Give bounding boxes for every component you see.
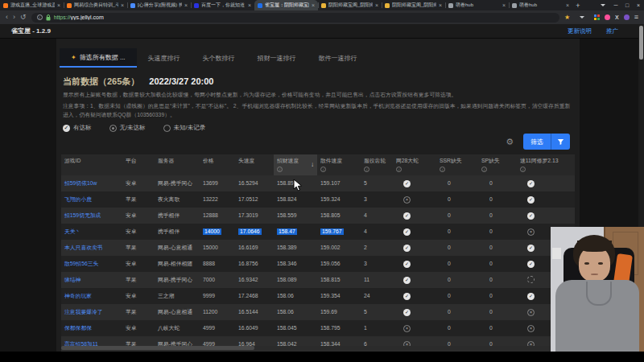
info-icon: i xyxy=(520,167,526,172)
table-row[interactable]: 本人只喜欢卖书苹果网易-心意相通1500016.6169158.389159.0… xyxy=(61,240,575,256)
column-header-12[interactable]: 速11阿修罗2.13i xyxy=(517,154,570,175)
sanjian-cell: 159.324 xyxy=(320,196,341,202)
price-cell: 11200 xyxy=(203,309,217,315)
tab-close-icon[interactable]: × xyxy=(184,2,188,8)
column-header-11[interactable]: SP缺失i xyxy=(478,154,517,175)
fail-icon: × xyxy=(403,196,411,204)
page-tab[interactable]: ✦筛选所有数据 ... xyxy=(60,48,137,68)
sanjian-cell: 159.354 xyxy=(320,293,341,298)
table-row[interactable]: 缘结神苹果网易-携手同心700016.9342158.089158.81511✓… xyxy=(61,272,575,288)
pass-icon: ✓ xyxy=(403,228,411,236)
filter-radio[interactable]: 无/未达标 xyxy=(109,124,146,132)
table-row[interactable]: 散59招56三头安卓网易-相伴相随888816.8756158.346159.0… xyxy=(61,256,575,272)
table-body: 招59切依10w安卓网易-携手同心1369916.5294158.896159.… xyxy=(61,175,575,352)
table-row[interactable]: 保都保都保安卓八岐大蛇499916.6049158.045158.7951×00… xyxy=(61,320,575,336)
sanjian-cell: 159.107 xyxy=(320,180,341,186)
column-header-8[interactable]: 服役齿轮i xyxy=(361,154,393,175)
vertical-scrollbar-thumb[interactable] xyxy=(639,26,643,60)
filter-radio[interactable]: ✓有达标 xyxy=(63,124,92,132)
table-row[interactable]: 注意我要爆冷了苹果网易-心意相通1120016.5144158.06159.69… xyxy=(61,304,575,320)
account-link[interactable]: 缘结神 xyxy=(64,277,80,282)
tab-close-icon[interactable]: × xyxy=(57,2,60,8)
server-cell: 网易-携手同心 xyxy=(158,180,192,186)
settings-gear-icon[interactable]: ⚙ xyxy=(506,138,514,146)
ssr-missing-cell: 0 xyxy=(448,245,451,250)
tab-close-icon[interactable]: × xyxy=(502,2,506,8)
column-header-1[interactable]: 游戏ID xyxy=(61,154,122,175)
tab-title: 阴阳师藏宝阁_阴阳师0 xyxy=(392,2,436,9)
tab-search-icon[interactable] xyxy=(601,4,605,6)
new-tab-button[interactable]: + xyxy=(572,0,584,10)
table-row[interactable]: 高富招58加11苹果网易-携手同心499916.964158.042158.34… xyxy=(61,336,575,352)
filter-button[interactable]: 筛选 xyxy=(523,134,570,150)
account-link[interactable]: 飞翔的小鹿 xyxy=(64,196,92,202)
https-lock-icon xyxy=(46,14,51,21)
account-link[interactable]: 招159切无加成 xyxy=(64,212,101,218)
extension-icon-x[interactable]: X xyxy=(615,14,619,20)
page-tab[interactable]: 头个数排行 xyxy=(192,48,246,68)
browser-tab[interactable]: 阴阳师藏宝阁_阴阳师0× xyxy=(318,0,382,10)
page-tab[interactable]: 招财一速排行 xyxy=(246,48,308,68)
table-row[interactable]: 天关丶安卓携手相伴1400017.0646158.47159.7674✓00× xyxy=(61,224,575,240)
browser-tab[interactable]: 萌卷hub× xyxy=(509,0,572,10)
streamer-mouth xyxy=(591,274,598,275)
table-row[interactable]: 招159切无加成安卓携手相伴1288817.3019158.559158.805… xyxy=(61,208,575,224)
column-header-5[interactable]: 头速度 xyxy=(235,154,274,175)
filter-button-label: 筛选 xyxy=(523,138,551,146)
back-icon[interactable]: ‹ xyxy=(6,14,8,21)
tab-close-icon[interactable]: × xyxy=(121,2,124,8)
browser-tab[interactable]: 萌卷hub× xyxy=(445,0,509,10)
table-row[interactable]: 招59切依10w安卓网易-携手同心1369916.5294158.896159.… xyxy=(61,175,575,191)
horizontal-scrollbar[interactable] xyxy=(61,346,575,350)
url-field[interactable]: i https://yys.jellyl.com xyxy=(31,13,559,23)
minimize-button[interactable]: ─ xyxy=(610,0,621,10)
column-header-10[interactable]: SSR缺失i xyxy=(436,154,478,175)
forward-icon[interactable]: › xyxy=(13,14,15,21)
extension-icon-purple[interactable] xyxy=(624,14,630,20)
account-link[interactable]: 神奇的玩家 xyxy=(64,293,92,298)
extension-icon-pink[interactable] xyxy=(605,14,610,20)
bookmark-star-icon[interactable]: ★ xyxy=(564,14,570,21)
table-row[interactable]: 飞翔的小鹿苹果夜火离歌1322217.0512158.824159.3243×0… xyxy=(61,191,575,208)
platform-cell: 安卓 xyxy=(126,293,137,298)
site-info-icon[interactable]: i xyxy=(37,14,43,20)
column-header-9[interactable]: 网28大蛇i xyxy=(393,154,436,175)
browser-tab[interactable]: 网易综合类目特训_斗鱼× xyxy=(64,0,127,10)
zhaocai-cell: 158.045 xyxy=(277,325,297,331)
bookmark-caret-icon[interactable] xyxy=(580,16,584,19)
browser-tab[interactable]: [心得分享](附视频) 狗粮× xyxy=(127,0,191,10)
close-button[interactable]: × xyxy=(633,0,644,10)
browser-tab[interactable]: 游戏直播_全球游戏直播× xyxy=(0,0,64,10)
column-header-2[interactable]: 平台 xyxy=(122,154,155,175)
tab-close-icon[interactable]: × xyxy=(248,2,251,8)
update-notes-link[interactable]: 更新说明 xyxy=(568,27,592,35)
extensions-icon[interactable] xyxy=(594,14,600,20)
table-row[interactable]: 神奇的玩家安卓三之潮999917.2468158.06159.35424✓00✓ xyxy=(61,288,575,304)
column-header-4[interactable]: 价格 xyxy=(200,154,235,175)
filter-radio[interactable]: 未知/未记录 xyxy=(163,124,206,132)
account-link[interactable]: 注意我要爆冷了 xyxy=(64,309,103,315)
tab-close-icon[interactable]: × xyxy=(375,2,378,8)
menu-icon[interactable]: ≡ xyxy=(634,14,638,21)
tab-close-icon[interactable]: × xyxy=(312,2,315,8)
radio-dot-icon xyxy=(109,125,117,132)
promotion-link[interactable]: 推广 xyxy=(606,27,618,35)
account-link[interactable]: 天关丶 xyxy=(64,228,80,234)
browser-tab[interactable]: 百度一下，你就知道× xyxy=(191,0,254,10)
maximize-button[interactable]: □ xyxy=(621,0,633,10)
reload-icon[interactable]: ↺ xyxy=(20,14,27,21)
account-link[interactable]: 招59切依10w xyxy=(64,180,97,186)
account-link[interactable]: 散59招56三头 xyxy=(64,261,98,266)
account-link[interactable]: 保都保都保 xyxy=(64,325,92,331)
column-header-6[interactable]: 招财速度i↓ xyxy=(274,154,317,175)
browser-tab[interactable]: 雀宝屋：阴阳师藏宝阁× xyxy=(254,0,318,10)
column-header-7[interactable]: 散件速度i xyxy=(317,154,361,175)
page-tab[interactable]: 散件一速排行 xyxy=(308,48,369,68)
account-link[interactable]: 本人只喜欢卖书 xyxy=(64,245,103,250)
horizontal-scrollbar-thumb[interactable] xyxy=(61,346,254,350)
page-tab[interactable]: 头速度排行 xyxy=(137,48,192,68)
column-header-3[interactable]: 服务器 xyxy=(155,154,200,175)
tab-close-icon[interactable]: × xyxy=(439,2,442,8)
browser-tab[interactable]: 阴阳师藏宝阁_阴阳师0× xyxy=(382,0,445,10)
tab-close-icon[interactable]: × xyxy=(566,2,569,8)
